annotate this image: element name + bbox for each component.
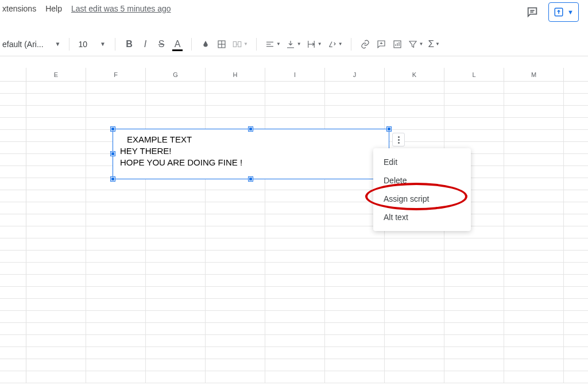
- cell[interactable]: [385, 359, 444, 371]
- cell[interactable]: [325, 94, 385, 105]
- cell[interactable]: [146, 347, 206, 359]
- textbox-object[interactable]: EXAMPLE TEXT HEY THERE! HOPE YOU ARE DOI…: [113, 129, 389, 179]
- row-header[interactable]: [0, 251, 26, 262]
- cell[interactable]: [504, 238, 564, 250]
- row-header[interactable]: [0, 166, 26, 178]
- cell[interactable]: [146, 311, 206, 322]
- cell[interactable]: [26, 178, 86, 190]
- cell[interactable]: [146, 299, 206, 310]
- cell[interactable]: [504, 142, 564, 153]
- strikethrough-button[interactable]: S: [153, 36, 169, 52]
- cell[interactable]: [444, 371, 504, 383]
- cell[interactable]: [325, 106, 385, 117]
- cell[interactable]: [146, 371, 206, 383]
- cell[interactable]: [86, 178, 146, 190]
- cell[interactable]: [265, 178, 325, 190]
- comment-button[interactable]: [373, 36, 389, 52]
- cell[interactable]: [206, 106, 265, 117]
- filter-button[interactable]: ▼: [405, 36, 426, 52]
- row-header[interactable]: [0, 118, 26, 129]
- cell[interactable]: [265, 251, 325, 262]
- cell[interactable]: [26, 263, 86, 274]
- col-head[interactable]: J: [325, 68, 385, 81]
- cell[interactable]: [206, 275, 265, 286]
- cell[interactable]: [504, 214, 564, 226]
- cell[interactable]: [385, 82, 444, 93]
- resize-handle[interactable]: [111, 127, 115, 131]
- col-head[interactable]: F: [86, 68, 146, 81]
- cell[interactable]: [86, 82, 146, 93]
- cell[interactable]: [265, 82, 325, 93]
- cell[interactable]: [146, 287, 206, 298]
- bold-button[interactable]: B: [121, 36, 137, 52]
- cell[interactable]: [26, 359, 86, 371]
- resize-handle[interactable]: [111, 152, 115, 156]
- cell[interactable]: [444, 118, 504, 129]
- cell[interactable]: [265, 347, 325, 359]
- cell[interactable]: [504, 251, 564, 262]
- cell[interactable]: [206, 287, 265, 298]
- cell[interactable]: [26, 311, 86, 322]
- cell[interactable]: [444, 335, 504, 346]
- font-size-select[interactable]: 10 ▼: [75, 40, 109, 49]
- cell[interactable]: [444, 311, 504, 322]
- resize-handle[interactable]: [111, 177, 115, 181]
- cell[interactable]: [206, 359, 265, 371]
- col-head[interactable]: I: [265, 68, 325, 81]
- corner[interactable]: [0, 68, 26, 81]
- row-header[interactable]: [0, 371, 26, 383]
- cell[interactable]: [265, 118, 325, 129]
- cell[interactable]: [325, 371, 385, 383]
- cell[interactable]: [146, 263, 206, 274]
- cell[interactable]: [385, 347, 444, 359]
- cell[interactable]: [265, 226, 325, 238]
- cell[interactable]: [325, 263, 385, 274]
- cell[interactable]: [325, 311, 385, 322]
- cell[interactable]: [26, 106, 86, 117]
- cell[interactable]: [86, 287, 146, 298]
- row-header[interactable]: [0, 238, 26, 250]
- cell[interactable]: [444, 130, 504, 141]
- cell[interactable]: [504, 202, 564, 214]
- cell[interactable]: [86, 275, 146, 286]
- cell[interactable]: [146, 106, 206, 117]
- col-head[interactable]: G: [146, 68, 206, 81]
- cell[interactable]: [86, 94, 146, 105]
- cell[interactable]: [504, 118, 564, 129]
- italic-button[interactable]: I: [137, 36, 153, 52]
- halign-button[interactable]: ▼: [262, 36, 283, 52]
- cell[interactable]: [385, 263, 444, 274]
- cell[interactable]: [86, 106, 146, 117]
- cell[interactable]: [265, 263, 325, 274]
- cell[interactable]: [206, 238, 265, 250]
- cell[interactable]: [86, 226, 146, 238]
- cell[interactable]: [26, 214, 86, 226]
- cell[interactable]: [26, 202, 86, 214]
- cell[interactable]: [86, 371, 146, 383]
- cell[interactable]: [206, 214, 265, 226]
- link-button[interactable]: [357, 36, 373, 52]
- cell[interactable]: [444, 94, 504, 105]
- cell[interactable]: [504, 311, 564, 322]
- cell[interactable]: [385, 251, 444, 262]
- cell[interactable]: [146, 335, 206, 346]
- share-button[interactable]: ▼: [548, 2, 579, 22]
- cell[interactable]: [265, 371, 325, 383]
- cell[interactable]: [444, 238, 504, 250]
- cell[interactable]: [206, 202, 265, 214]
- cell[interactable]: [444, 251, 504, 262]
- cell[interactable]: [325, 359, 385, 371]
- row-header[interactable]: [0, 299, 26, 310]
- cell[interactable]: [26, 130, 86, 141]
- cell[interactable]: [26, 323, 86, 334]
- cell[interactable]: [325, 238, 385, 250]
- cell[interactable]: [504, 263, 564, 274]
- cell[interactable]: [26, 94, 86, 105]
- cell[interactable]: [504, 335, 564, 346]
- wrap-button[interactable]: ▼: [304, 36, 324, 52]
- cell[interactable]: [26, 275, 86, 286]
- cell[interactable]: [26, 82, 86, 93]
- cell[interactable]: [504, 154, 564, 165]
- cell[interactable]: [206, 251, 265, 262]
- last-edit-hint[interactable]: Last edit was 5 minutes ago: [71, 4, 171, 13]
